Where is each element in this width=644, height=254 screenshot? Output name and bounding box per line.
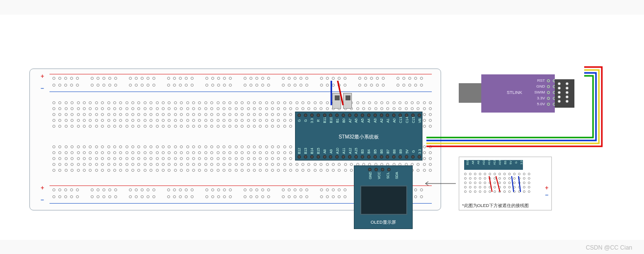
stlink-usb-plug	[459, 83, 481, 103]
stm32-label: STM32最小系统板	[296, 134, 422, 140]
rail-holes	[52, 84, 440, 87]
rail-minus-label: –	[41, 196, 44, 203]
inset-plus: +	[545, 185, 548, 191]
oled-pin-row	[368, 168, 391, 171]
stm32-pin-row-bottom	[297, 155, 421, 159]
stlink-header	[555, 79, 574, 108]
oled-pin-labels: GNDVCCSCLSDA	[366, 174, 400, 177]
stm32-board: GG3.3RB11B10B1B0A7A6A5A4A3A2A1A0C13C14C1…	[295, 112, 422, 161]
rail-holes	[52, 77, 440, 80]
inset-minus: –	[545, 191, 548, 198]
rail-line-blue	[50, 92, 432, 92]
oled-label: OLED显示屏	[354, 219, 412, 226]
stm32-pin-labels-bottom: B12B13B14B15A8A9A10A11A12A15B3B4B5B6B7B8…	[297, 150, 422, 153]
stm32-pin-labels-top: GG3.3RB11B10B1B0A7A6A5A4A3A2A1A0C13C14C1…	[297, 119, 422, 122]
oled-screen	[360, 185, 407, 215]
tactile-switch-1[interactable]	[332, 93, 341, 109]
inset-mcu-edge: B15A8A9A10A11A12A15B35VG3.3	[464, 160, 523, 170]
rail-plus-label: +	[41, 73, 44, 80]
stm32-pin-row-top	[297, 114, 421, 117]
inset-wiring-detail: B15A8A9A10A11A12A15B35VG3.3 + – *此图为OLED…	[459, 157, 552, 210]
rail-line-red	[50, 74, 432, 74]
top-power-rails: + –	[35, 72, 437, 96]
tactile-switch-2[interactable]	[343, 93, 352, 109]
rail-plus-label: +	[41, 185, 44, 191]
diagram-stage: + – + – GG3.3RB11B10B1B0A7A6A5A4A3A2A1A0…	[0, 15, 644, 240]
inset-caption: *此图为OLED下方被遮住的接线图	[462, 203, 529, 209]
stlink-programmer: STLINK RSTSWDIOGNDGNDSWIMSWCLK3.3V3.3V5.…	[459, 74, 574, 113]
watermark: CSDN @CC Cian	[586, 244, 632, 251]
oled-module: GNDVCCSCLSDA OLED显示屏	[354, 165, 413, 229]
rail-minus-label: –	[41, 85, 44, 92]
